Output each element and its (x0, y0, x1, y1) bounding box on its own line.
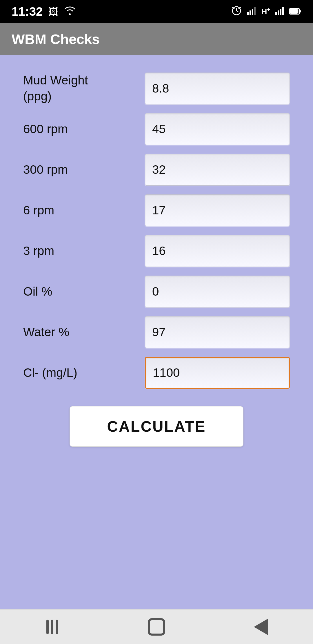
status-right: H+ (231, 5, 301, 18)
wifi-icon (64, 6, 76, 17)
rpm6-label: 6 rpm (23, 202, 122, 218)
svg-rect-7 (280, 9, 281, 15)
cl-mgl-row: Cl- (mg/L) (23, 357, 290, 389)
rpm3-input[interactable] (145, 235, 290, 267)
svg-rect-5 (275, 12, 277, 15)
calculate-section: CALCULATE (23, 406, 290, 447)
status-left: 11:32 🖼 (12, 5, 76, 19)
signal1-icon (247, 6, 256, 17)
svg-rect-8 (282, 7, 284, 15)
rpm600-label: 600 rpm (23, 121, 122, 137)
svg-rect-10 (290, 9, 298, 14)
oil-pct-row: Oil % (23, 276, 290, 307)
mud-weight-input[interactable] (145, 73, 290, 104)
app-bar: WBM Checks (0, 23, 313, 55)
rpm600-input[interactable] (145, 113, 290, 145)
svg-rect-2 (250, 10, 251, 15)
rpm300-row: 300 rpm (23, 154, 290, 186)
hplus-icon: H+ (261, 7, 270, 16)
nav-bar (0, 609, 313, 644)
rpm300-input[interactable] (145, 154, 290, 186)
home-button[interactable] (145, 615, 168, 638)
mud-weight-row: Mud Weight (ppg) (23, 73, 290, 104)
photo-icon: 🖼 (48, 6, 58, 17)
svg-rect-1 (247, 12, 249, 15)
rpm300-label: 300 rpm (23, 162, 122, 178)
oil-pct-label: Oil % (23, 284, 122, 300)
rpm6-row: 6 rpm (23, 194, 290, 226)
cl-mgl-label: Cl- (mg/L) (23, 365, 122, 381)
svg-rect-6 (278, 10, 279, 15)
status-bar: 11:32 🖼 H+ (0, 0, 313, 23)
svg-rect-3 (252, 9, 253, 15)
water-pct-row: Water % (23, 316, 290, 348)
oil-pct-input[interactable] (145, 276, 290, 307)
water-pct-input[interactable] (145, 316, 290, 348)
rpm600-row: 600 rpm (23, 113, 290, 145)
recent-button[interactable] (41, 615, 64, 638)
signal2-icon (275, 6, 284, 17)
mud-weight-label: Mud Weight (ppg) (23, 73, 122, 104)
cl-mgl-input[interactable] (145, 357, 290, 389)
rpm3-label: 3 rpm (23, 243, 122, 259)
app-title: WBM Checks (12, 31, 100, 47)
status-time: 11:32 (12, 5, 43, 19)
calculate-button[interactable]: CALCULATE (70, 406, 243, 447)
svg-rect-11 (299, 10, 301, 12)
rpm3-row: 3 rpm (23, 235, 290, 267)
alarm-icon (231, 5, 242, 18)
battery-icon (289, 6, 301, 17)
rpm6-input[interactable] (145, 194, 290, 226)
back-button[interactable] (249, 615, 272, 638)
water-pct-label: Water % (23, 324, 122, 340)
svg-rect-4 (254, 7, 256, 15)
main-content: Mud Weight (ppg) 600 rpm 300 rpm 6 rpm 3… (0, 55, 313, 609)
